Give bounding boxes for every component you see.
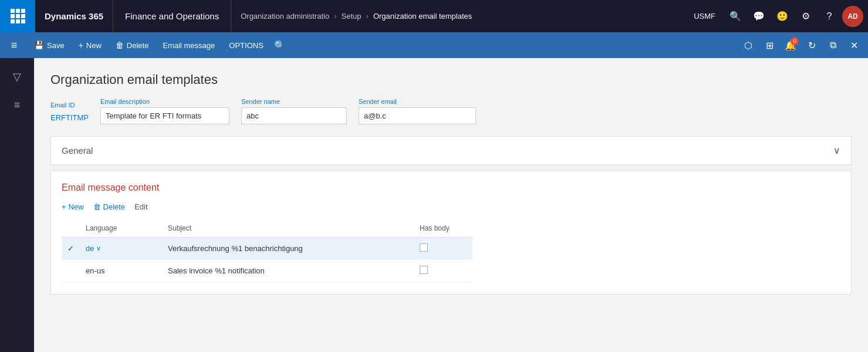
general-section-header[interactable]: General ∨: [51, 137, 851, 165]
row-subject: Sales invoice %1 notification: [162, 260, 414, 282]
email-desc-input[interactable]: [100, 107, 229, 124]
general-section: General ∨: [50, 136, 852, 165]
top-nav: Dynamics 365 Finance and Operations Orga…: [0, 0, 868, 32]
sender-email-input[interactable]: [359, 107, 476, 124]
row-check: [62, 260, 80, 282]
row-language[interactable]: en-us: [80, 260, 162, 282]
sender-name-label: Sender name: [241, 98, 347, 105]
sidebar-filter-icon[interactable]: ▽: [5, 65, 29, 89]
notification-btn[interactable]: 🔔 0: [781, 36, 800, 55]
email-content-table: Language Subject Has body ✓de∨Verkaufsre…: [62, 219, 472, 282]
user-avatar[interactable]: AD: [842, 6, 863, 27]
refresh-icon[interactable]: ↻: [802, 36, 821, 55]
sender-name-input[interactable]: [241, 107, 347, 124]
help-icon-btn[interactable]: ?: [819, 6, 840, 27]
sender-name-field: Sender name: [241, 98, 347, 124]
email-content-toolbar: + New 🗑 Delete Edit: [62, 202, 840, 211]
col-subject: Subject: [162, 219, 414, 238]
breadcrumb: Organization administratio › Setup › Org…: [231, 12, 684, 21]
content-delete-icon: 🗑: [93, 202, 101, 211]
sidebar-menu-icon[interactable]: ≡: [5, 93, 29, 117]
col-check: [62, 219, 80, 238]
search-icon-btn[interactable]: 🔍: [725, 6, 746, 27]
checkmark-icon: ✓: [67, 244, 74, 253]
email-id-value[interactable]: ERFTITMP: [50, 111, 89, 124]
page-title: Organization email templates: [50, 72, 852, 87]
email-message-button[interactable]: Email message: [157, 38, 221, 53]
top-nav-icons: 🔍 💬 🙂 ⚙ ? AD: [725, 6, 868, 27]
email-id-field: Email ID ERFTITMP: [50, 101, 89, 124]
row-language[interactable]: de∨: [80, 238, 162, 260]
waffle-icon: [11, 9, 25, 23]
breadcrumb-sep-1: ›: [334, 12, 336, 21]
table-row[interactable]: en-usSales invoice %1 notification: [62, 260, 472, 282]
content-new-plus-icon: +: [62, 202, 66, 211]
finance-ops-title[interactable]: Finance and Operations: [113, 0, 231, 32]
close-icon[interactable]: ✕: [845, 36, 863, 55]
has-body-checkbox[interactable]: [420, 266, 428, 274]
office-icon[interactable]: ⊞: [760, 36, 779, 55]
email-id-label: Email ID: [50, 101, 89, 109]
content-delete-button[interactable]: 🗑 Delete: [93, 202, 126, 211]
company-selector[interactable]: USMF: [684, 12, 725, 21]
smiley-icon-btn[interactable]: 🙂: [772, 6, 793, 27]
row-check: ✓: [62, 238, 80, 260]
plus-icon: +: [79, 40, 83, 50]
save-icon: 💾: [34, 40, 44, 50]
fullscreen-icon[interactable]: ⬡: [739, 36, 758, 55]
sender-email-field: Sender email: [359, 98, 476, 124]
has-body-checkbox[interactable]: [420, 243, 428, 252]
dynamics-365-title[interactable]: Dynamics 365: [35, 0, 113, 32]
general-chevron-icon: ∨: [833, 145, 840, 156]
general-section-title: General: [62, 145, 93, 155]
col-language: Language: [80, 219, 162, 238]
waffle-button[interactable]: [0, 0, 35, 32]
language-select[interactable]: de∨: [86, 244, 156, 253]
breadcrumb-setup[interactable]: Setup: [342, 12, 362, 21]
breadcrumb-sep-2: ›: [366, 12, 369, 21]
toolbar-search-icon: 🔍: [274, 40, 286, 51]
content-edit-button[interactable]: Edit: [134, 202, 147, 211]
language-value: en-us: [86, 266, 105, 275]
table-row[interactable]: ✓de∨Verkaufsrechnung %1 benachrichtigung: [62, 238, 472, 260]
delete-button[interactable]: 🗑 Delete: [110, 38, 155, 53]
row-subject: Verkaufsrechnung %1 benachrichtigung: [162, 238, 414, 260]
options-button[interactable]: OPTIONS: [223, 38, 269, 53]
chat-icon-btn[interactable]: 💬: [748, 6, 769, 27]
new-button[interactable]: + New: [73, 38, 107, 53]
form-row: Email ID ERFTITMP Email description Send…: [50, 98, 852, 124]
language-value: de: [86, 244, 94, 253]
hamburger-menu-icon[interactable]: ≡: [5, 36, 23, 55]
settings-icon-btn[interactable]: ⚙: [795, 6, 816, 27]
email-content-title: Email message content: [62, 182, 840, 193]
delete-icon: 🗑: [116, 40, 124, 50]
left-sidebar: ▽ ≡: [0, 58, 34, 352]
toolbar-right-actions: ⬡ ⊞ 🔔 0 ↻ ⧉ ✕: [739, 36, 863, 55]
row-has-body[interactable]: [414, 238, 472, 260]
notification-badge: 0: [791, 37, 799, 45]
sender-email-label: Sender email: [359, 98, 476, 105]
email-desc-label: Email description: [100, 98, 229, 105]
breadcrumb-org-admin[interactable]: Organization administratio: [241, 12, 329, 21]
toolbar: ≡ 💾 Save + New 🗑 Delete Email message OP…: [0, 32, 868, 58]
row-has-body[interactable]: [414, 260, 472, 282]
content-new-button[interactable]: + New: [62, 202, 84, 211]
breadcrumb-email-templates: Organization email templates: [373, 12, 472, 21]
language-chevron-icon: ∨: [96, 245, 101, 252]
toolbar-search[interactable]: 🔍: [274, 40, 286, 51]
email-desc-field: Email description: [100, 98, 229, 124]
open-new-icon[interactable]: ⧉: [823, 36, 842, 55]
main-layout: ▽ ≡ Organization email templates Email I…: [0, 58, 868, 352]
email-content-section: Email message content + New 🗑 Delete Edi…: [50, 170, 852, 295]
content-area: Organization email templates Email ID ER…: [34, 58, 868, 352]
col-hasbody: Has body: [414, 219, 472, 238]
save-button[interactable]: 💾 Save: [28, 38, 70, 53]
